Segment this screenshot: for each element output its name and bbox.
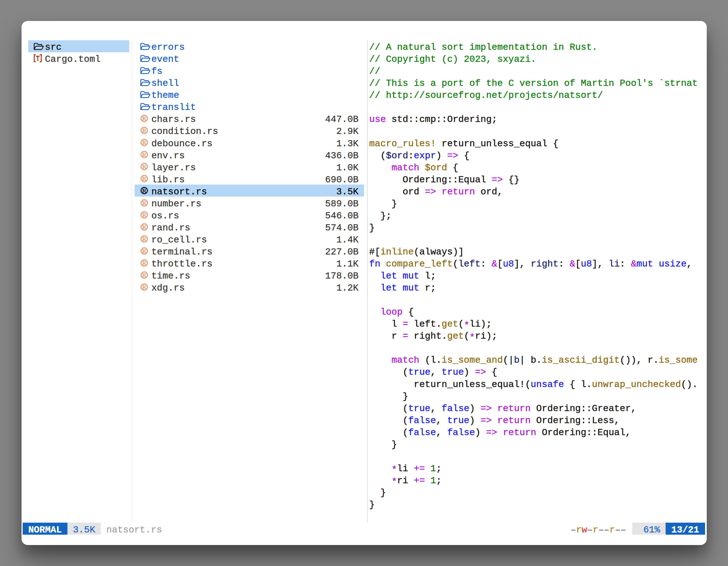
svg-text:R: R: [142, 283, 147, 290]
svg-text:R: R: [142, 200, 147, 206]
svg-text:R: R: [142, 175, 147, 182]
svg-text:R: R: [142, 236, 147, 242]
svg-text:R: R: [142, 272, 147, 278]
svg-text:R: R: [142, 260, 147, 266]
svg-text:R: R: [142, 248, 147, 254]
svg-text:R: R: [142, 224, 147, 230]
svg-text:R: R: [142, 139, 147, 146]
svg-text:R: R: [142, 163, 147, 170]
svg-text:R: R: [142, 212, 147, 218]
svg-text:R: R: [142, 187, 147, 194]
svg-text:R: R: [142, 127, 147, 134]
svg-text:R: R: [142, 115, 147, 122]
svg-text:R: R: [142, 151, 147, 158]
